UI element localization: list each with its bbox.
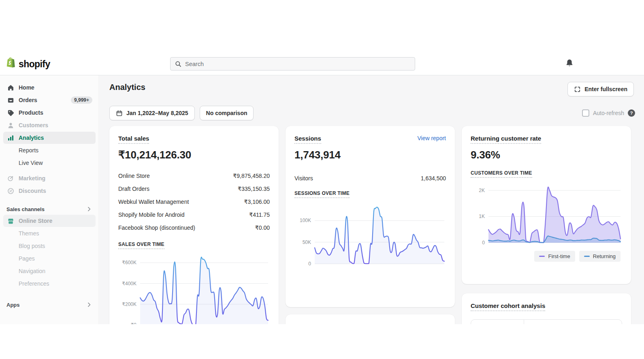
filter-controls: Jan 1,2022–May 8,2025 No comparison [109,106,254,120]
sidebar-item-products[interactable]: Products [3,107,96,119]
notifications-bell-icon[interactable] [565,58,575,69]
view-report-link[interactable]: View report [417,135,446,141]
sidebar-item-label: Analytics [19,135,44,141]
search-input[interactable] [185,61,410,67]
sidebar-section-apps[interactable]: Apps [3,299,96,310]
svg-text:₹0: ₹0 [131,322,137,324]
sidebar-item-label: Online Store [19,218,52,224]
sidebar-item-label: Home [19,84,34,91]
fullscreen-icon [574,85,581,93]
chevron-right-icon [86,301,92,308]
legend-returning[interactable]: Returning [579,251,621,262]
partial-card [286,314,455,324]
first-time-swatch [539,256,545,257]
sidebar-item-marketing[interactable]: Marketing [3,172,96,184]
sessions-title[interactable]: Sessions [294,135,321,144]
calendar-icon [116,109,123,117]
svg-text:0: 0 [308,261,311,266]
auto-refresh-checkbox[interactable] [582,109,589,117]
person-icon [6,121,15,129]
enter-fullscreen-label: Enter fullscreen [584,86,627,92]
global-search[interactable] [170,57,415,71]
sidebar-item-live-view[interactable]: Live View [3,157,96,169]
total-sales-title[interactable]: Total sales [118,135,149,144]
marketing-target-icon [6,174,15,182]
sidebar-item-analytics[interactable]: Analytics [3,132,96,144]
shopify-logo[interactable]: shopify [6,57,50,71]
svg-text:₹600K: ₹600K [122,260,136,265]
sidebar-item-preferences[interactable]: Preferences [3,278,96,290]
cohort-title[interactable]: Customer cohort analysis [471,302,545,311]
svg-text:2K: 2K [479,188,485,193]
sessions-card: Sessions View report 1,743,914 Visitors1… [286,126,455,307]
list-item: Draft Orders₹335,150.35 [118,182,270,195]
sidebar: Home Orders 9,999+ Products Customers An… [0,75,99,324]
date-range-label: Jan 1,2022–May 8,2025 [126,110,188,116]
auto-refresh-label: Auto-refresh [593,110,624,116]
sidebar-item-home[interactable]: Home [3,81,96,94]
chevron-right-icon [86,206,92,212]
svg-text:₹400K: ₹400K [122,281,136,286]
auto-refresh-control: Auto-refresh ? [582,109,635,117]
topbar: shopify [0,53,644,75]
shopify-wordmark: shopify [19,59,50,70]
sidebar-item-label: Themes [19,230,39,237]
sidebar-item-label: Live View [19,160,43,166]
sidebar-item-reports[interactable]: Reports [3,144,96,156]
list-item: Visitors1,634,500 [294,172,446,185]
sessions-over-time-chart: 100K50K0 [294,201,446,266]
table-column-divider [524,320,524,324]
main-content: Analytics Enter fullscreen Jan 1,2022–Ma… [100,75,644,324]
svg-text:0: 0 [482,240,485,245]
returning-rate-value: 9.36% [471,149,622,161]
svg-text:1K: 1K [479,214,485,219]
sidebar-item-customers[interactable]: Customers [3,119,96,131]
total-sales-value: ₹10,214,126.30 [118,149,270,161]
storefront-icon [6,217,15,225]
sessions-value: 1,743,914 [294,149,446,161]
sidebar-section-sales-channels[interactable]: Sales channels [3,203,96,215]
bar-chart-icon [6,134,15,142]
sales-breakdown-list: Online Store₹9,875,458.20 Draft Orders₹3… [118,169,270,234]
legend-first-time[interactable]: First-time [534,251,575,262]
sidebar-item-label: Products [19,109,43,116]
sidebar-item-label: Pages [19,255,35,262]
sidebar-item-orders[interactable]: Orders 9,999+ [3,94,96,106]
returning-swatch [584,256,590,257]
sidebar-item-label: Reports [19,147,38,154]
sales-over-time-chart: ₹600K₹400K₹200K₹0 [118,252,270,324]
sidebar-item-label: Preferences [19,280,49,287]
search-icon [175,61,181,67]
date-range-button[interactable]: Jan 1,2022–May 8,2025 [109,106,195,120]
sidebar-item-online-store[interactable]: Online Store [3,215,96,227]
sidebar-item-label: Marketing [19,175,45,182]
sidebar-item-label: Discounts [19,188,46,194]
total-sales-card: Total sales ₹10,214,126.30 Online Store₹… [109,126,279,324]
sidebar-item-navigation[interactable]: Navigation [3,265,96,277]
sidebar-item-label: Customers [19,122,48,128]
enter-fullscreen-button[interactable]: Enter fullscreen [567,82,634,96]
sidebar-item-label: Blog posts [19,243,45,249]
sales-over-time-title[interactable]: SALES OVER TIME [118,241,164,249]
comparison-button[interactable]: No comparison [200,106,254,120]
customers-over-time-title[interactable]: CUSTOMERS OVER TIME [471,170,532,178]
returning-rate-title[interactable]: Returning customer rate [471,135,541,144]
section-label: Sales channels [6,206,45,212]
returning-customer-rate-card: Returning customer rate 9.36% CUSTOMERS … [462,126,631,284]
sidebar-item-blog-posts[interactable]: Blog posts [3,240,96,252]
orders-count-badge: 9,999+ [71,96,92,104]
page: shopify Home Ord [0,0,644,359]
list-item: Online Store₹9,875,458.20 [118,169,270,182]
sidebar-item-themes[interactable]: Themes [3,227,96,239]
orders-icon [6,96,15,104]
list-item: Webkul Wallet Management₹3,106.00 [118,195,270,208]
sessions-over-time-title[interactable]: SESSIONS OVER TIME [294,190,350,198]
page-title: Analytics [109,83,145,92]
help-icon[interactable]: ? [628,109,635,117]
shopify-admin: shopify Home Ord [0,53,644,324]
home-icon [6,83,15,92]
sidebar-item-pages[interactable]: Pages [3,252,96,265]
sidebar-item-label: Orders [19,97,37,103]
list-item: Shopify Mobile for Android₹411.75 [118,208,270,221]
sidebar-item-discounts[interactable]: Discounts [3,185,96,197]
